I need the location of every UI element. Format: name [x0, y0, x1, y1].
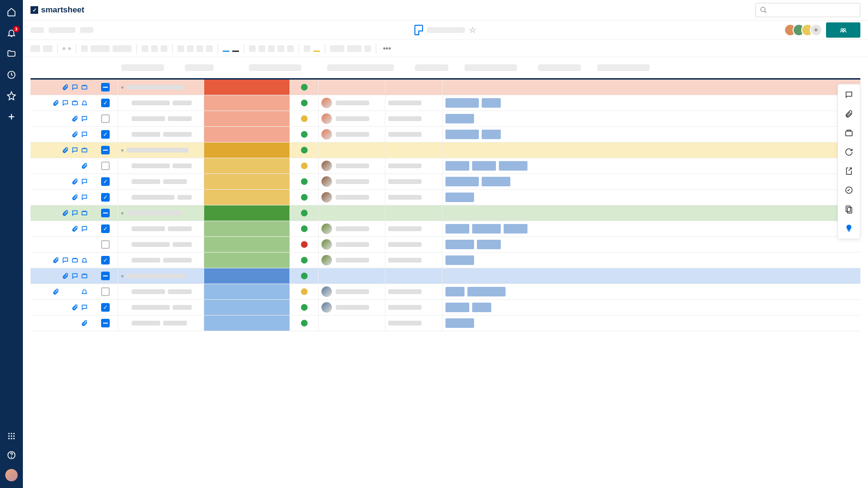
- toolbar-button[interactable]: [81, 45, 88, 52]
- attach-icon[interactable]: [81, 320, 88, 326]
- parent-row[interactable]: ▾: [31, 142, 860, 158]
- task-name-cell[interactable]: [118, 253, 204, 268]
- toolbar-button[interactable]: [177, 45, 184, 52]
- tag[interactable]: [445, 98, 479, 108]
- task-name-cell[interactable]: [118, 221, 204, 236]
- proof-icon[interactable]: [81, 147, 88, 153]
- done-checkbox[interactable]: [101, 83, 110, 92]
- tags-cell[interactable]: [443, 300, 860, 315]
- assignee-cell[interactable]: [319, 221, 385, 236]
- date-cell[interactable]: [385, 80, 443, 95]
- health-cell[interactable]: [290, 284, 319, 299]
- breadcrumb-item[interactable]: [49, 27, 75, 33]
- done-checkbox[interactable]: ✓: [101, 130, 110, 139]
- attach-icon[interactable]: [52, 288, 59, 295]
- collaborator-avatars[interactable]: +: [784, 24, 822, 36]
- task-name-cell[interactable]: ▾: [118, 142, 204, 158]
- date-cell[interactable]: [385, 205, 443, 221]
- assignee-cell[interactable]: [319, 237, 385, 252]
- comment-icon[interactable]: [72, 210, 78, 216]
- status-cell[interactable]: [204, 142, 290, 158]
- health-cell[interactable]: [290, 268, 319, 284]
- task-row[interactable]: [31, 284, 860, 300]
- attach-icon[interactable]: [72, 304, 78, 311]
- parent-row[interactable]: ▾: [31, 205, 860, 221]
- tags-cell[interactable]: [443, 142, 860, 158]
- parent-row[interactable]: ▾: [31, 80, 860, 95]
- toolbar-button[interactable]: [142, 45, 148, 52]
- health-cell[interactable]: [290, 205, 319, 221]
- task-name-cell[interactable]: [118, 158, 204, 173]
- reminder-icon[interactable]: [81, 288, 88, 295]
- assignee-cell[interactable]: [319, 95, 385, 111]
- toolbar-button[interactable]: [206, 45, 213, 52]
- task-row[interactable]: ✓: [31, 221, 860, 237]
- task-name-cell[interactable]: [118, 190, 204, 205]
- health-cell[interactable]: [290, 221, 319, 236]
- task-row[interactable]: ✓: [31, 174, 860, 190]
- attach-icon[interactable]: [72, 225, 78, 232]
- tags-cell[interactable]: [443, 237, 860, 252]
- done-checkbox[interactable]: ✓: [101, 224, 110, 233]
- browse-icon[interactable]: [6, 49, 17, 59]
- user-avatar[interactable]: [5, 469, 18, 481]
- date-cell[interactable]: [385, 127, 443, 142]
- toolbar-button[interactable]: [91, 45, 110, 52]
- done-checkbox[interactable]: [101, 240, 110, 249]
- column-header[interactable]: [185, 64, 214, 71]
- attach-icon[interactable]: [81, 163, 88, 169]
- tags-cell[interactable]: [443, 205, 860, 221]
- breadcrumb-item[interactable]: [80, 27, 93, 33]
- proofs-icon[interactable]: [844, 128, 854, 138]
- expand-toggle[interactable]: ▾: [121, 274, 124, 279]
- toolbar-button[interactable]: [364, 45, 371, 52]
- conversations-icon[interactable]: [844, 90, 854, 100]
- task-row[interactable]: [31, 315, 860, 331]
- tags-cell[interactable]: [443, 284, 860, 299]
- comment-icon[interactable]: [81, 304, 88, 311]
- done-checkbox[interactable]: ✓: [101, 99, 110, 107]
- task-name-cell[interactable]: ▾: [118, 205, 204, 221]
- highlight-button[interactable]: [313, 45, 320, 52]
- date-cell[interactable]: [385, 158, 443, 173]
- done-checkbox[interactable]: [101, 162, 110, 170]
- task-name-cell[interactable]: ▾: [118, 268, 204, 284]
- health-cell[interactable]: [290, 190, 319, 205]
- health-cell[interactable]: [290, 253, 319, 268]
- task-name-cell[interactable]: [118, 127, 204, 142]
- attach-icon[interactable]: [62, 147, 69, 153]
- add-collaborator-button[interactable]: +: [810, 24, 822, 36]
- expand-toggle[interactable]: ▾: [121, 211, 124, 216]
- health-cell[interactable]: [290, 158, 319, 173]
- tags-cell[interactable]: [443, 80, 860, 95]
- task-row[interactable]: [31, 158, 860, 174]
- toolbar-button[interactable]: [43, 45, 52, 52]
- assignee-cell[interactable]: [319, 315, 385, 331]
- toolbar-button[interactable]: [31, 45, 40, 52]
- status-cell[interactable]: [204, 174, 290, 189]
- tag[interactable]: [499, 161, 527, 171]
- toolbar-button[interactable]: [249, 45, 256, 52]
- notifications-icon[interactable]: 3: [6, 28, 17, 38]
- task-row[interactable]: ✓: [31, 300, 860, 315]
- parent-row[interactable]: ▾: [31, 268, 860, 284]
- health-cell[interactable]: [290, 142, 319, 158]
- date-cell[interactable]: [385, 300, 443, 315]
- proof-icon[interactable]: [81, 84, 88, 91]
- tag[interactable]: [482, 130, 501, 139]
- health-cell[interactable]: [290, 174, 319, 189]
- work-insights-icon[interactable]: [844, 224, 854, 233]
- tag[interactable]: [445, 193, 474, 202]
- comment-icon[interactable]: [81, 131, 88, 138]
- tags-cell[interactable]: [443, 95, 860, 111]
- status-cell[interactable]: [204, 111, 290, 126]
- home-icon[interactable]: [6, 7, 17, 17]
- activity-log-icon[interactable]: [844, 185, 854, 195]
- comment-icon[interactable]: [72, 84, 78, 91]
- done-checkbox[interactable]: [101, 287, 110, 296]
- tag[interactable]: [445, 255, 474, 265]
- tags-cell[interactable]: [443, 174, 860, 189]
- assignee-cell[interactable]: [319, 158, 385, 173]
- status-cell[interactable]: [204, 253, 290, 268]
- tag[interactable]: [482, 98, 501, 108]
